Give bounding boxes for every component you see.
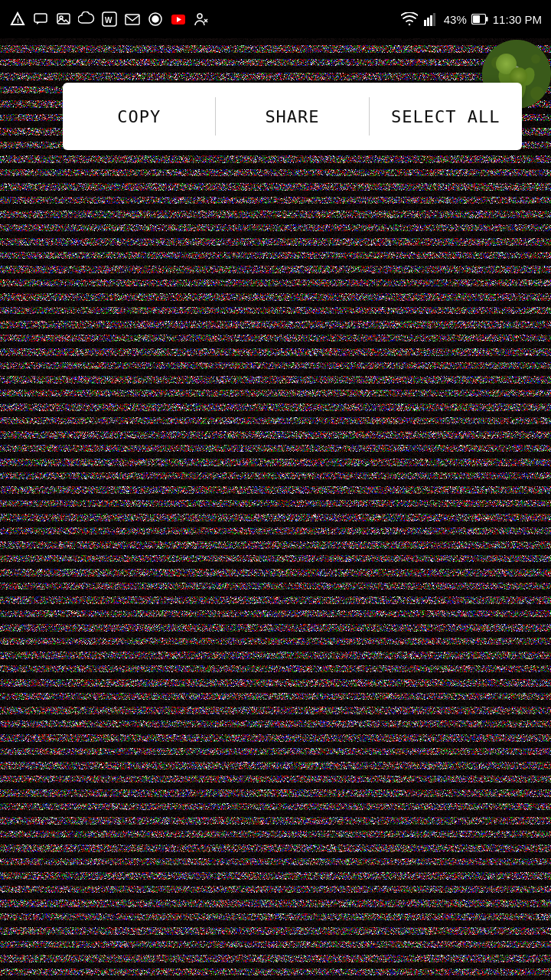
signal-icon (422, 11, 439, 28)
battery-icon (471, 11, 488, 28)
cloud-icon (78, 11, 95, 28)
svg-line-30 (515, 67, 517, 70)
svg-rect-20 (473, 15, 480, 23)
warning-icon: ! (9, 11, 26, 28)
sync-icon (147, 11, 164, 28)
svg-text:W: W (105, 16, 112, 24)
wifi-icon (401, 11, 418, 28)
svg-line-31 (517, 67, 518, 70)
image-icon (55, 11, 72, 28)
svg-rect-21 (486, 17, 488, 21)
svg-point-34 (531, 54, 540, 64)
svg-rect-7 (126, 15, 139, 24)
context-menu: COPY SHARE SELECT ALL (63, 83, 522, 150)
svg-rect-15 (424, 20, 426, 26)
svg-rect-2 (34, 14, 47, 22)
webtoon-icon: W (101, 11, 118, 28)
svg-rect-18 (433, 13, 435, 26)
status-bar: ! W (0, 0, 551, 38)
svg-rect-17 (430, 15, 432, 26)
svg-text:!: ! (17, 17, 19, 24)
svg-rect-16 (427, 18, 429, 26)
youtube-icon (170, 11, 187, 28)
notification-icons: ! W (9, 11, 210, 28)
svg-point-12 (197, 14, 202, 18)
gmail-icon (124, 11, 141, 28)
system-icons: 43% 11:30 PM (401, 11, 542, 28)
select-all-button[interactable]: SELECT ALL (370, 100, 522, 134)
copy-button[interactable]: COPY (63, 100, 215, 134)
status-time: 11:30 PM (493, 13, 542, 26)
chat-icon (32, 11, 49, 28)
svg-point-33 (491, 57, 504, 69)
svg-point-9 (152, 16, 158, 22)
share-button[interactable]: SHARE (216, 100, 368, 134)
person-icon (193, 11, 210, 28)
battery-percentage: 43% (444, 13, 467, 26)
